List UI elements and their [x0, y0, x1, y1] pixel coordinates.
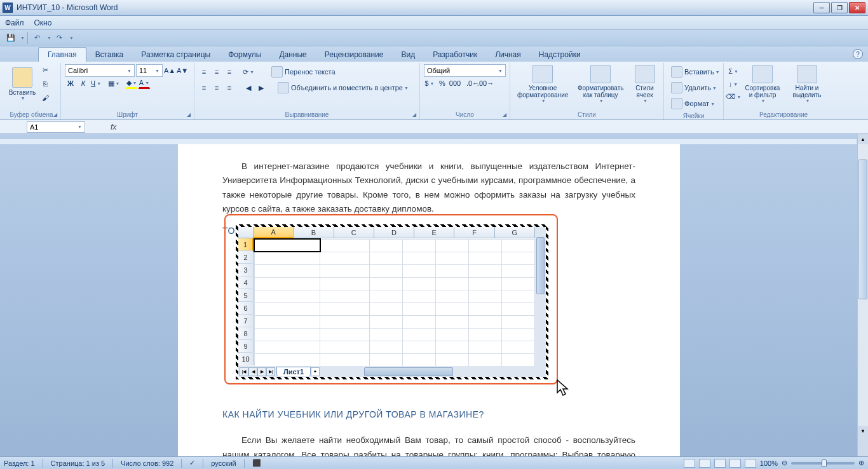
sheet-tab-1[interactable]: Лист1: [276, 367, 311, 376]
view-web-layout[interactable]: [714, 459, 726, 468]
copy-button[interactable]: ⎘: [39, 78, 51, 90]
name-box[interactable]: A1▼: [27, 121, 85, 133]
zoom-in-button[interactable]: ⊕: [858, 459, 864, 467]
fill-color-button[interactable]: ◆▼: [126, 78, 137, 89]
status-page[interactable]: Страница: 1 из 5: [51, 459, 105, 467]
border-button[interactable]: ▦▼: [108, 78, 119, 89]
tab-formulas[interactable]: Формулы: [219, 48, 270, 62]
row-header-4[interactable]: 4: [238, 276, 254, 289]
row-header-3[interactable]: 3: [238, 264, 254, 276]
excel-embedded-object[interactable]: A B C D E F G 1 2 3 4 5 6 7 8 9: [236, 224, 548, 379]
tab-view[interactable]: Вид: [392, 48, 424, 62]
vertical-scrollbar[interactable]: ▲ ▼: [857, 134, 868, 456]
menu-file[interactable]: Файл: [5, 18, 24, 27]
underline-button[interactable]: Ч▼: [90, 78, 102, 89]
font-name-select[interactable]: Calibri▼: [65, 64, 135, 77]
conditional-formatting-button[interactable]: Условное форматирование▼: [514, 63, 571, 105]
select-all-corner[interactable]: [238, 227, 254, 238]
save-dropdown[interactable]: ▼: [20, 36, 25, 40]
cell-styles-button[interactable]: Стили ячеек▼: [630, 63, 660, 105]
decrease-font-button[interactable]: A▼: [177, 65, 188, 76]
format-as-table-button[interactable]: Форматировать как таблицу▼: [574, 63, 627, 105]
col-header-f[interactable]: F: [454, 227, 494, 238]
macro-record-icon[interactable]: ⬛: [252, 459, 261, 467]
zoom-level[interactable]: 100%: [760, 459, 778, 467]
menu-window[interactable]: Окно: [34, 18, 52, 27]
zoom-slider[interactable]: [791, 462, 855, 465]
font-size-select[interactable]: 11▼: [136, 64, 163, 77]
scroll-up-button[interactable]: ▲: [858, 134, 868, 144]
scroll-down-button[interactable]: ▼: [858, 426, 868, 436]
cell-grid[interactable]: [254, 238, 535, 366]
align-right-button[interactable]: ≡: [224, 82, 235, 93]
row-header-9[interactable]: 9: [238, 340, 254, 353]
new-sheet-button[interactable]: ✦: [311, 367, 320, 376]
tab-review[interactable]: Рецензирование: [316, 48, 393, 62]
status-language[interactable]: русский: [211, 459, 236, 467]
fill-button[interactable]: ↓▼: [728, 78, 739, 90]
tab-data[interactable]: Данные: [270, 48, 315, 62]
sort-filter-button[interactable]: Сортировка и фильтр▼: [740, 63, 785, 105]
decrease-decimal-button[interactable]: .00→: [480, 78, 491, 89]
comma-button[interactable]: 000: [449, 78, 461, 89]
row-header-7[interactable]: 7: [238, 315, 254, 327]
scroll-thumb[interactable]: [858, 160, 867, 299]
minimize-button[interactable]: ─: [813, 2, 830, 13]
align-middle-button[interactable]: ≡: [211, 66, 222, 78]
view-full-reading[interactable]: [699, 459, 710, 468]
merge-center-button[interactable]: Объединить и поместить в центре▼: [275, 80, 412, 95]
help-button[interactable]: ?: [853, 49, 863, 59]
tab-personal[interactable]: Личная: [486, 48, 530, 62]
undo-button[interactable]: ↶: [31, 32, 44, 44]
format-painter-button[interactable]: 🖌: [39, 92, 51, 104]
paste-button[interactable]: Вставить ▼: [6, 63, 38, 105]
tab-developer[interactable]: Разработчик: [424, 48, 486, 62]
number-format-select[interactable]: Общий▼: [424, 64, 506, 77]
number-dialog[interactable]: ◢: [501, 111, 508, 118]
find-select-button[interactable]: Найти и выделить▼: [786, 63, 828, 105]
status-word-count[interactable]: Число слов: 992: [121, 459, 173, 467]
status-section[interactable]: Раздел: 1: [4, 459, 35, 467]
insert-cells-button[interactable]: Вставить▼: [668, 64, 723, 79]
col-header-c[interactable]: C: [334, 227, 374, 238]
qat-customize[interactable]: ▼: [69, 36, 74, 40]
col-header-a[interactable]: A: [254, 227, 294, 238]
clipboard-dialog[interactable]: ◢: [51, 111, 59, 118]
sheet-nav-last[interactable]: ▶|: [266, 367, 275, 376]
clear-button[interactable]: ⌫▼: [728, 91, 739, 102]
orientation-button[interactable]: ⟳▼: [243, 66, 254, 78]
delete-cells-button[interactable]: Удалить▼: [668, 80, 720, 95]
page-nav[interactable]: [858, 436, 868, 456]
row-header-2[interactable]: 2: [238, 251, 254, 264]
view-draft[interactable]: [745, 459, 756, 468]
sheet-nav-first[interactable]: |◀: [240, 367, 248, 376]
cut-button[interactable]: ✂: [39, 64, 51, 76]
format-cells-button[interactable]: Формат▼: [668, 96, 718, 111]
view-outline[interactable]: [729, 459, 741, 468]
font-color-button[interactable]: A▼: [139, 78, 150, 89]
spellcheck-icon[interactable]: ✓: [189, 459, 195, 467]
align-bottom-button[interactable]: ≡: [224, 66, 235, 78]
col-header-g[interactable]: G: [495, 227, 535, 238]
row-header-5[interactable]: 5: [238, 289, 254, 302]
bold-button[interactable]: Ж: [65, 78, 76, 89]
view-print-layout[interactable]: [684, 459, 695, 468]
font-dialog[interactable]: ◢: [185, 111, 193, 118]
currency-button[interactable]: $▼: [424, 78, 435, 89]
zoom-out-button[interactable]: ⊖: [782, 459, 787, 467]
sheet-nav-next[interactable]: ▶: [257, 367, 266, 376]
tab-addins[interactable]: Надстройки: [530, 48, 590, 62]
row-header-6[interactable]: 6: [238, 302, 254, 315]
fx-button[interactable]: fx: [111, 123, 116, 132]
excel-vscrollbar[interactable]: [535, 227, 546, 366]
autosum-button[interactable]: Σ▼: [728, 65, 739, 77]
align-center-button[interactable]: ≡: [211, 82, 222, 93]
italic-button[interactable]: К: [78, 78, 89, 89]
col-header-b[interactable]: B: [294, 227, 334, 238]
tab-home[interactable]: Главная: [38, 47, 86, 62]
undo-dropdown[interactable]: ▼: [47, 36, 51, 40]
tab-layout[interactable]: Разметка страницы: [132, 48, 219, 62]
cell-a1[interactable]: [254, 239, 320, 252]
close-button[interactable]: ✕: [849, 2, 865, 13]
maximize-button[interactable]: ❐: [831, 2, 848, 13]
